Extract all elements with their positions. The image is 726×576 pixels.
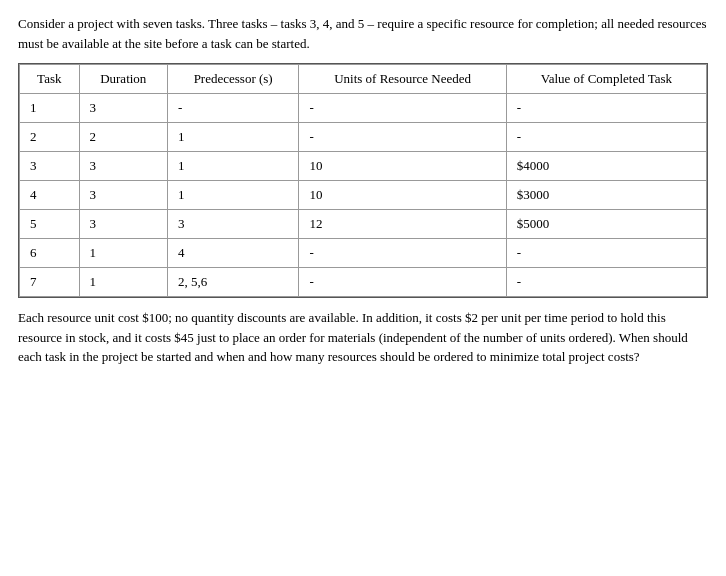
task-table: Task Duration Predecessor (s) Units of R…: [19, 64, 707, 297]
cell-r5-c1: 1: [79, 239, 167, 268]
table-row: 43110$3000: [20, 181, 707, 210]
cell-r4-c4: $5000: [506, 210, 706, 239]
cell-r5-c0: 6: [20, 239, 80, 268]
intro-paragraph: Consider a project with seven tasks. Thr…: [18, 14, 708, 53]
cell-r4-c3: 12: [299, 210, 506, 239]
cell-r6-c2: 2, 5,6: [167, 268, 298, 297]
task-table-wrapper: Task Duration Predecessor (s) Units of R…: [18, 63, 708, 298]
cell-r5-c2: 4: [167, 239, 298, 268]
cell-r4-c0: 5: [20, 210, 80, 239]
cell-r2-c1: 3: [79, 152, 167, 181]
cell-r2-c0: 3: [20, 152, 80, 181]
cell-r0-c0: 1: [20, 94, 80, 123]
cell-r3-c0: 4: [20, 181, 80, 210]
cell-r3-c4: $3000: [506, 181, 706, 210]
cell-r6-c4: -: [506, 268, 706, 297]
cell-r0-c4: -: [506, 94, 706, 123]
cell-r0-c1: 3: [79, 94, 167, 123]
cell-r1-c0: 2: [20, 123, 80, 152]
cell-r2-c4: $4000: [506, 152, 706, 181]
cell-r1-c1: 2: [79, 123, 167, 152]
table-row: 33110$4000: [20, 152, 707, 181]
col-header-task: Task: [20, 65, 80, 94]
col-header-predecessor: Predecessor (s): [167, 65, 298, 94]
cell-r4-c1: 3: [79, 210, 167, 239]
cell-r1-c4: -: [506, 123, 706, 152]
cell-r4-c2: 3: [167, 210, 298, 239]
cell-r1-c3: -: [299, 123, 506, 152]
table-header-row: Task Duration Predecessor (s) Units of R…: [20, 65, 707, 94]
table-row: 53312$5000: [20, 210, 707, 239]
cell-r5-c4: -: [506, 239, 706, 268]
cell-r3-c1: 3: [79, 181, 167, 210]
cell-r0-c3: -: [299, 94, 506, 123]
cell-r6-c1: 1: [79, 268, 167, 297]
cell-r1-c2: 1: [167, 123, 298, 152]
cell-r5-c3: -: [299, 239, 506, 268]
cell-r6-c0: 7: [20, 268, 80, 297]
table-row: 221--: [20, 123, 707, 152]
table-row: 13---: [20, 94, 707, 123]
table-row: 614--: [20, 239, 707, 268]
col-header-units: Units of Resource Needed: [299, 65, 506, 94]
footer-paragraph: Each resource unit cost $100; no quantit…: [18, 308, 708, 367]
cell-r6-c3: -: [299, 268, 506, 297]
cell-r3-c3: 10: [299, 181, 506, 210]
table-row: 712, 5,6--: [20, 268, 707, 297]
col-header-duration: Duration: [79, 65, 167, 94]
col-header-value: Value of Completed Task: [506, 65, 706, 94]
cell-r2-c3: 10: [299, 152, 506, 181]
cell-r0-c2: -: [167, 94, 298, 123]
cell-r3-c2: 1: [167, 181, 298, 210]
cell-r2-c2: 1: [167, 152, 298, 181]
